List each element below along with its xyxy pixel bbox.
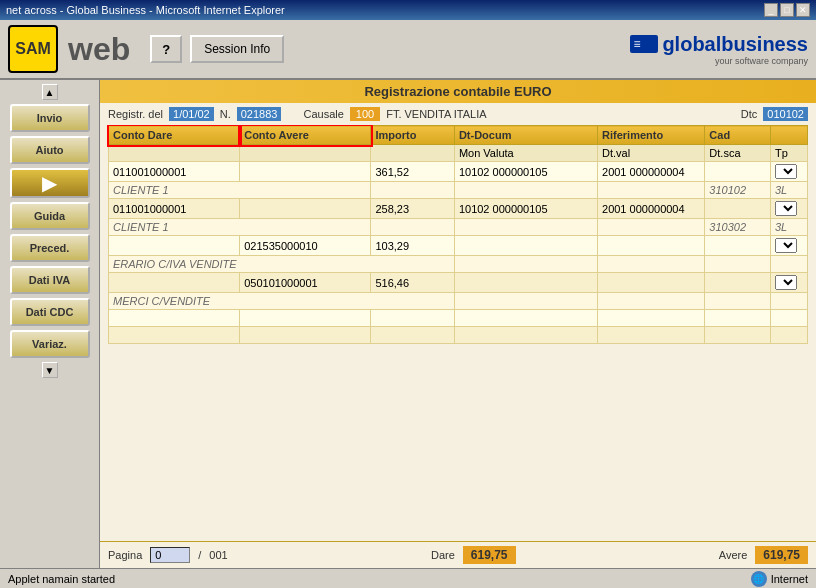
cell-tp: 3L xyxy=(770,219,807,236)
cell-empty xyxy=(454,256,597,273)
subh-dt-val: Dt.val xyxy=(598,145,705,162)
cell-cad xyxy=(705,236,771,256)
zone-indicator: 🌐 Internet xyxy=(751,571,808,587)
cell-cad xyxy=(705,273,771,293)
table-header-row: Conto Dare Conto Avere Importo Dt-Docum xyxy=(109,126,808,145)
cell-dropdown[interactable]: ▼ xyxy=(770,236,807,256)
data-table: Conto Dare Conto Avere Importo Dt-Docum xyxy=(108,125,808,344)
subh-mon-valuta-label: Mon Valuta xyxy=(454,145,597,162)
help-button[interactable]: ? xyxy=(150,35,182,63)
cell-riferimento: 2001 000000004 xyxy=(598,162,705,182)
causale-text: FT. VENDITA ITALIA xyxy=(386,108,735,120)
session-info-button[interactable]: Session Info xyxy=(190,35,284,63)
cell-importo: 258,23 xyxy=(371,199,454,219)
cell-empty3 xyxy=(598,182,705,199)
cell-conto-avere xyxy=(240,199,371,219)
row-dropdown[interactable]: ▼ xyxy=(775,201,797,216)
cell-cad xyxy=(705,162,771,182)
form-row: Registr. del 1/01/02 N. 021883 Causale 1… xyxy=(100,103,816,125)
cell-importo: 516,46 xyxy=(371,273,454,293)
col-conto-avere: Conto Avere xyxy=(240,126,371,145)
cell-empty2 xyxy=(598,256,705,273)
col-cad: Cad xyxy=(705,126,771,145)
sidebar-item-guida[interactable]: Guida xyxy=(10,202,90,230)
subh-tp: Tp xyxy=(770,145,807,162)
cell-dropdown[interactable]: ▼ xyxy=(770,199,807,219)
sidebar-item-preced[interactable]: Preced. xyxy=(10,234,90,262)
scroll-down-arrow[interactable]: ▼ xyxy=(42,362,58,378)
table-row-sub: MERCI C/VENDITE xyxy=(109,293,808,310)
window-title: net across - Global Business - Microsoft… xyxy=(6,4,285,16)
sidebar-item-variaz[interactable]: Variaz. xyxy=(10,330,90,358)
minimize-button[interactable]: _ xyxy=(764,3,778,17)
table-row-empty xyxy=(109,327,808,344)
subh-empty2 xyxy=(371,145,454,162)
row-dropdown[interactable]: ▼ xyxy=(775,238,797,253)
table-subheader-row: Mon Valuta Dt.val Dt.sca Tp xyxy=(109,145,808,162)
cell-importo: 103,29 xyxy=(371,236,454,256)
dtc-value: 010102 xyxy=(763,107,808,121)
cell-empty4 xyxy=(770,256,807,273)
cell-dropdown[interactable]: ▼ xyxy=(770,162,807,182)
cell-tp: 3L xyxy=(770,182,807,199)
cell-name: CLIENTE 1 xyxy=(109,219,371,236)
table-row-empty xyxy=(109,310,808,327)
main-container: ▲ Invio Aiuto ▶ Guida Preced. Dati IVA D… xyxy=(0,80,816,568)
cell-riferimento xyxy=(598,236,705,256)
table-row: 050101000001 516,46 ▼ xyxy=(109,273,808,293)
cell-cad-val: 310102 xyxy=(705,182,771,199)
cell-dropdown[interactable]: ▼ xyxy=(770,273,807,293)
cell-name: ERARIO C/IVA VENDITE xyxy=(109,256,455,273)
total-pages: 001 xyxy=(209,549,227,561)
dare-value: 619,75 xyxy=(463,546,516,564)
brand-tagline: your software company xyxy=(715,56,808,66)
cell-importo: 361,52 xyxy=(371,162,454,182)
cell-conto-avere: 050101000001 xyxy=(240,273,371,293)
subh-mon-valuta xyxy=(109,145,240,162)
sidebar-item-aiuto[interactable]: Aiuto xyxy=(10,136,90,164)
pagina-input[interactable] xyxy=(150,547,190,563)
cell-empty4 xyxy=(770,293,807,310)
close-button[interactable]: ✕ xyxy=(796,3,810,17)
maximize-button[interactable]: □ xyxy=(780,3,794,17)
cell-conto-avere: 021535000010 xyxy=(240,236,371,256)
subh-dt-sca: Dt.sca xyxy=(705,145,771,162)
dtc-label: Dtc xyxy=(741,108,758,120)
cell-empty3 xyxy=(705,256,771,273)
total-pages-separator: / xyxy=(198,549,201,561)
sidebar-item-dati-iva[interactable]: Dati IVA xyxy=(10,266,90,294)
window-controls[interactable]: _ □ ✕ xyxy=(764,3,810,17)
avere-label: Avere xyxy=(719,549,748,561)
sidebar: ▲ Invio Aiuto ▶ Guida Preced. Dati IVA D… xyxy=(0,80,100,568)
col-conto-dare: Conto Dare xyxy=(109,126,240,145)
cell-conto-dare xyxy=(109,273,240,293)
cell-empty xyxy=(454,293,597,310)
nav-arrow-right[interactable]: ▶ xyxy=(10,168,90,198)
n-value: 021883 xyxy=(237,107,282,121)
n-label: N. xyxy=(220,108,231,120)
cell-empty2 xyxy=(454,219,597,236)
cell-conto-dare: 011001000001 xyxy=(109,162,240,182)
sidebar-item-invio[interactable]: Invio xyxy=(10,104,90,132)
table-row: 021535000010 103,29 ▼ xyxy=(109,236,808,256)
cell-dt-docum xyxy=(454,236,597,256)
cell-cad-val: 310302 xyxy=(705,219,771,236)
row-dropdown[interactable]: ▼ xyxy=(775,275,797,290)
scroll-up-arrow[interactable]: ▲ xyxy=(42,84,58,100)
cell-conto-dare xyxy=(109,236,240,256)
cell-dt-docum: 10102 000000105 xyxy=(454,199,597,219)
row-dropdown[interactable]: ▼ xyxy=(775,164,797,179)
footer-row: Pagina / 001 Dare 619,75 Avere 619,75 xyxy=(100,541,816,568)
content-area: Registrazione contabile EURO Registr. de… xyxy=(100,80,816,568)
cell-riferimento: 2001 000000004 xyxy=(598,199,705,219)
cell-empty xyxy=(371,219,454,236)
cell-conto-dare: 011001000001 xyxy=(109,199,240,219)
title-bar: net across - Global Business - Microsoft… xyxy=(0,0,816,20)
cell-dt-docum xyxy=(454,273,597,293)
causale-label: Causale xyxy=(303,108,343,120)
sidebar-item-dati-cdc[interactable]: Dati CDC xyxy=(10,298,90,326)
cell-conto-avere xyxy=(240,162,371,182)
brand-name: globalbusiness xyxy=(662,33,808,56)
cell-cad xyxy=(705,199,771,219)
applet-status: Applet namain started xyxy=(8,573,115,585)
